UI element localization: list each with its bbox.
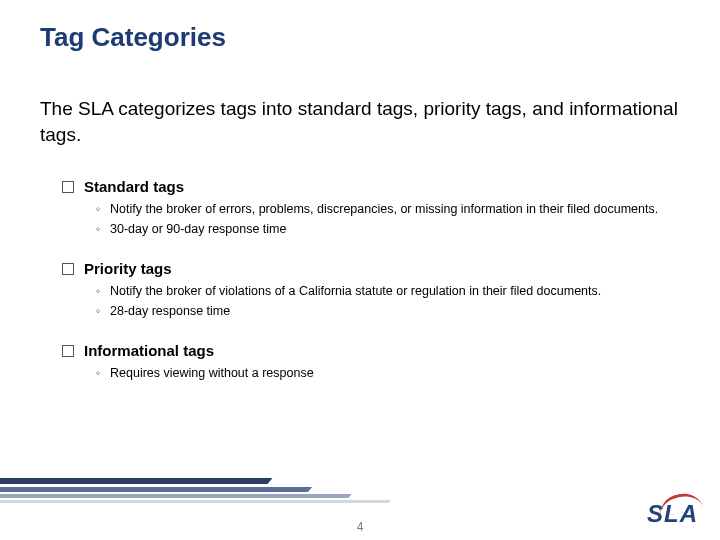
bullet-item: 30-day or 90-day response time <box>96 221 682 238</box>
section-heading-text: Priority tags <box>84 260 172 277</box>
checkbox-icon <box>62 263 74 275</box>
section-heading: Priority tags <box>62 260 682 277</box>
section-priority: Priority tags Notify the broker of viola… <box>62 260 682 320</box>
section-informational: Informational tags Requires viewing with… <box>62 342 682 382</box>
section-heading-text: Standard tags <box>84 178 184 195</box>
section-heading: Informational tags <box>62 342 682 359</box>
decorative-stripe <box>0 494 352 498</box>
decorative-stripe <box>0 487 312 492</box>
slide: Tag Categories The SLA categorizes tags … <box>0 0 720 540</box>
checkbox-icon <box>62 345 74 357</box>
sla-logo: SLA <box>647 500 698 528</box>
page-title: Tag Categories <box>40 22 226 53</box>
section-heading: Standard tags <box>62 178 682 195</box>
bullet-item: 28-day response time <box>96 303 682 320</box>
intro-text: The SLA categorizes tags into standard t… <box>40 96 680 147</box>
content-area: Standard tags Notify the broker of error… <box>62 178 682 403</box>
section-heading-text: Informational tags <box>84 342 214 359</box>
bullet-item: Notify the broker of errors, problems, d… <box>96 201 682 218</box>
bullet-item: Notify the broker of violations of a Cal… <box>96 283 682 300</box>
checkbox-icon <box>62 181 74 193</box>
page-number: 4 <box>357 520 364 534</box>
section-standard: Standard tags Notify the broker of error… <box>62 178 682 238</box>
decorative-stripe <box>0 478 273 484</box>
bullet-item: Requires viewing without a response <box>96 365 682 382</box>
decorative-stripe <box>0 500 391 503</box>
